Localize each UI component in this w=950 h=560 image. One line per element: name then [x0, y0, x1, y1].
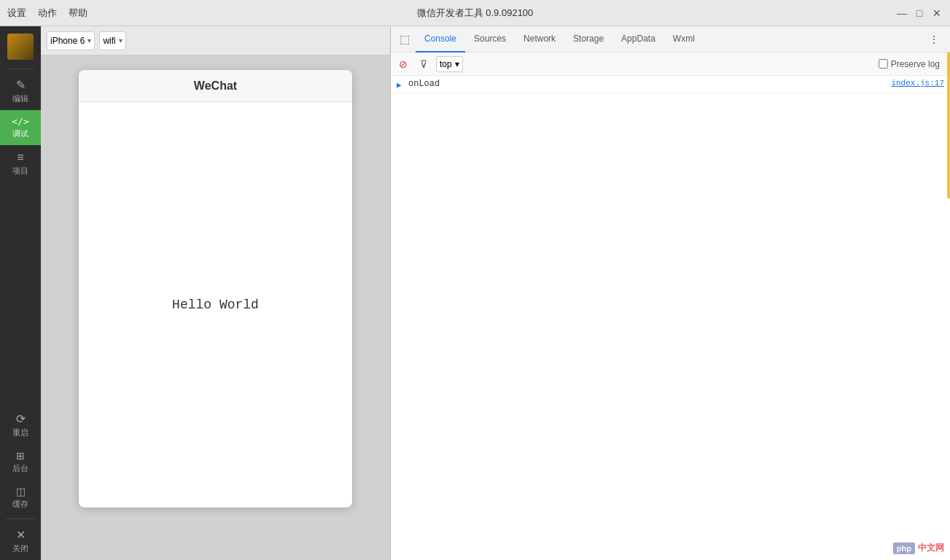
restart-icon: ⟳ — [16, 412, 26, 426]
menu-help[interactable]: 帮助 — [69, 7, 87, 20]
phone-content: Hello World — [79, 102, 352, 508]
sidebar-item-backend-label: 后台 — [12, 463, 28, 474]
watermark: php 中文网 — [893, 542, 944, 554]
app-title: 微信开发者工具 0.9.092100 — [417, 7, 534, 20]
preview-area: iPhone 6 ▾ wifi ▾ WeChat Hello World — [41, 26, 391, 560]
device-label: iPhone 6 — [50, 36, 85, 46]
restore-button[interactable]: □ — [914, 7, 925, 19]
watermark-php: php — [893, 542, 915, 554]
console-text-0: onLoad — [408, 79, 885, 89]
sidebar-item-backend[interactable]: ⊞ 后台 — [0, 444, 41, 480]
phone-navbar: WeChat — [79, 70, 352, 102]
close-button[interactable]: ✕ — [931, 7, 943, 19]
network-arrow-icon: ▾ — [119, 36, 122, 44]
console-toolbar: ⊘ ⊽ top ▾ Preserve log — [391, 52, 950, 76]
sidebar-item-debug-label: 调试 — [12, 128, 28, 139]
devtools-panel: ⬚ Console Sources Network Storage AppDat… — [391, 26, 950, 560]
stop-icon[interactable]: ⊘ — [395, 56, 411, 72]
preserve-log-checkbox[interactable] — [879, 59, 888, 69]
tab-wxml[interactable]: Wxml — [664, 26, 704, 52]
debug-icon: </> — [12, 116, 28, 127]
tab-storage[interactable]: Storage — [564, 26, 612, 52]
tab-console[interactable]: Console — [416, 26, 465, 52]
filter-icon[interactable]: ⊽ — [416, 56, 432, 72]
device-selector[interactable]: iPhone 6 ▾ — [47, 31, 95, 50]
preserve-log-label[interactable]: Preserve log — [891, 59, 940, 69]
title-bar: 设置 动作 帮助 微信开发者工具 0.9.092100 — □ ✕ — [0, 0, 950, 26]
console-output: ▶ onLoad index.js:17 — [391, 76, 950, 560]
sidebar-item-project[interactable]: ≡ 项目 — [0, 145, 41, 182]
preserve-log-area: Preserve log — [879, 59, 946, 69]
sidebar-item-edit[interactable]: ✎ 编辑 — [0, 72, 41, 110]
minimize-button[interactable]: — — [896, 7, 908, 19]
watermark-text: 中文网 — [918, 542, 944, 554]
context-arrow-icon: ▾ — [455, 59, 459, 69]
device-arrow-icon: ▾ — [87, 36, 91, 44]
sidebar-item-edit-label: 编辑 — [12, 93, 28, 104]
console-source-0[interactable]: index.js:17 — [891, 79, 944, 88]
cache-icon: ◫ — [16, 486, 26, 497]
network-label: wifi — [103, 36, 115, 46]
devtools-tabs: ⬚ Console Sources Network Storage AppDat… — [391, 26, 950, 52]
sidebar-item-close-label: 关闭 — [12, 543, 28, 554]
sidebar-item-cache-label: 缓存 — [12, 499, 28, 510]
sidebar-item-project-label: 项目 — [12, 166, 28, 176]
sidebar-divider-2 — [6, 518, 35, 519]
close-icon: ✕ — [16, 528, 26, 542]
context-value: top — [440, 59, 452, 69]
network-selector[interactable]: wifi ▾ — [99, 31, 125, 50]
menu-settings[interactable]: 设置 — [7, 7, 26, 20]
backend-icon: ⊞ — [16, 450, 25, 462]
devtools-more-button[interactable]: ⋮ — [924, 29, 944, 50]
console-arrow-icon[interactable]: ▶ — [397, 80, 405, 90]
sidebar: ✎ 编辑 </> 调试 ≡ 项目 ⟳ 重启 ⊞ 后台 ◫ 缓存 ✕ 关闭 — [0, 26, 41, 560]
sidebar-item-restart[interactable]: ⟳ 重启 — [0, 406, 41, 444]
edit-icon: ✎ — [16, 78, 26, 92]
sidebar-item-cache[interactable]: ◫ 缓存 — [0, 480, 41, 516]
sidebar-item-debug[interactable]: </> 调试 — [0, 110, 41, 145]
phone-container: WeChat Hello World — [41, 55, 390, 560]
menu-bar: 设置 动作 帮助 — [7, 7, 87, 20]
avatar[interactable] — [7, 34, 34, 60]
phone-frame: WeChat Hello World — [79, 70, 352, 508]
phone-hello-world: Hello World — [172, 298, 259, 312]
console-entry-0: ▶ onLoad index.js:17 — [391, 76, 950, 93]
context-selector[interactable]: top ▾ — [436, 56, 463, 72]
right-accent-bar — [947, 52, 950, 198]
sidebar-item-close[interactable]: ✕ 关闭 — [0, 522, 41, 560]
main-area: ✎ 编辑 </> 调试 ≡ 项目 ⟳ 重启 ⊞ 后台 ◫ 缓存 ✕ 关闭 — [0, 26, 950, 560]
window-controls: — □ ✕ — [896, 7, 943, 19]
tab-appdata[interactable]: AppData — [612, 26, 664, 52]
devtools-cursor-icon[interactable]: ⬚ — [397, 31, 413, 47]
sidebar-divider — [6, 69, 35, 69]
sidebar-item-restart-label: 重启 — [12, 427, 28, 438]
preview-toolbar: iPhone 6 ▾ wifi ▾ — [41, 26, 390, 55]
tab-network[interactable]: Network — [515, 26, 564, 52]
avatar-image — [7, 34, 34, 60]
tab-sources[interactable]: Sources — [465, 26, 515, 52]
menu-actions[interactable]: 动作 — [38, 7, 57, 20]
phone-title: WeChat — [194, 79, 237, 93]
project-icon: ≡ — [17, 151, 23, 164]
